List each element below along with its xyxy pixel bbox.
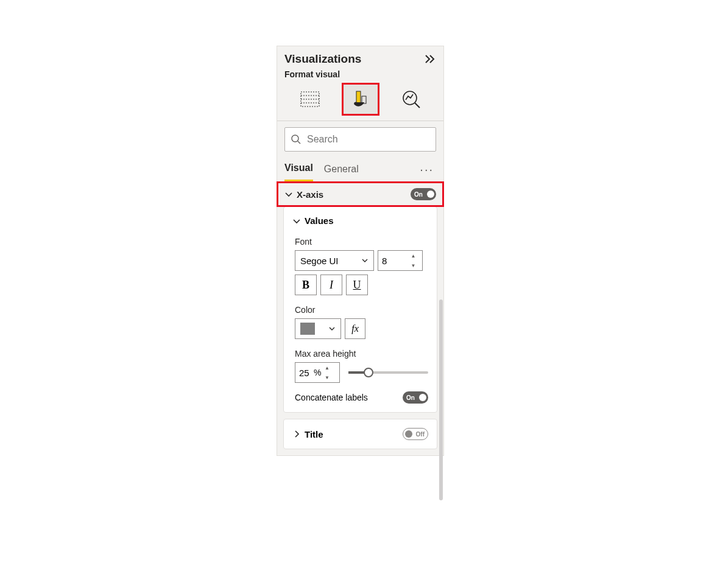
values-header[interactable]: Values xyxy=(292,215,428,233)
chevron-down-icon xyxy=(361,257,369,264)
color-label: Color xyxy=(295,301,428,318)
percent-unit: % xyxy=(314,368,321,377)
panel-title: Visualizations xyxy=(284,52,361,66)
font-family-select[interactable]: Segoe UI xyxy=(295,250,374,271)
title-card[interactable]: Title Off xyxy=(283,419,437,449)
max-height-input[interactable]: % ▲ ▼ xyxy=(295,362,340,383)
concat-toggle[interactable]: On xyxy=(403,391,428,404)
search-icon xyxy=(291,134,302,145)
visualizations-panel: Visualizations Format visual xyxy=(277,46,444,456)
font-size-input[interactable]: ▲ ▼ xyxy=(378,250,423,271)
tab-visual[interactable]: Visual xyxy=(284,158,313,181)
font-size-value[interactable] xyxy=(378,251,407,270)
panel-subtitle: Format visual xyxy=(277,69,443,84)
tab-general[interactable]: General xyxy=(324,159,359,181)
fx-button[interactable]: fx xyxy=(345,318,365,339)
svg-line-7 xyxy=(415,103,420,108)
svg-point-8 xyxy=(292,135,298,142)
font-label: Font xyxy=(295,233,428,250)
slider-thumb[interactable] xyxy=(364,368,373,377)
concat-label: Concatenate labels xyxy=(295,393,368,402)
chevron-right-icon xyxy=(292,430,301,438)
color-select[interactable] xyxy=(295,318,341,339)
tabs: Visual General ··· xyxy=(277,158,443,181)
spinner-down-icon[interactable]: ▼ xyxy=(408,261,418,270)
title-toggle[interactable]: Off xyxy=(403,428,428,440)
color-swatch xyxy=(300,323,315,335)
panel-header: Visualizations xyxy=(277,46,443,69)
build-visual-icon[interactable] xyxy=(292,84,328,114)
spinner-down-icon[interactable]: ▼ xyxy=(322,373,332,382)
more-options-icon[interactable]: ··· xyxy=(420,163,436,177)
italic-button[interactable]: I xyxy=(320,275,342,295)
analytics-icon[interactable] xyxy=(393,84,429,114)
section-label: X-axis xyxy=(297,189,407,200)
chevron-down-icon xyxy=(328,325,336,332)
values-card: Values Font Segoe UI ▲ ▼ B I U Color xyxy=(283,206,437,413)
values-label: Values xyxy=(305,215,334,226)
collapse-icon[interactable] xyxy=(424,54,436,64)
section-xaxis[interactable]: X-axis On xyxy=(277,182,443,206)
chevron-down-icon[interactable] xyxy=(284,190,293,198)
max-height-label: Max area height xyxy=(295,345,428,362)
spinner-up-icon[interactable]: ▲ xyxy=(408,251,418,261)
chevron-down-icon xyxy=(292,217,301,225)
bold-button[interactable]: B xyxy=(295,275,317,295)
search-wrap xyxy=(277,121,443,158)
search-input[interactable] xyxy=(284,127,436,152)
xaxis-toggle[interactable]: On xyxy=(411,188,436,200)
max-height-slider[interactable] xyxy=(348,371,428,374)
svg-rect-4 xyxy=(356,91,361,103)
mode-row xyxy=(277,84,443,121)
title-label: Title xyxy=(305,429,323,439)
scrollbar[interactable] xyxy=(439,299,443,500)
height-spinner[interactable]: ▲ ▼ xyxy=(321,363,332,382)
font-size-spinner[interactable]: ▲ ▼ xyxy=(407,251,418,270)
underline-button[interactable]: U xyxy=(346,275,368,295)
svg-line-9 xyxy=(298,141,300,144)
font-family-value: Segoe UI xyxy=(300,256,339,266)
max-height-value[interactable] xyxy=(295,363,314,382)
format-visual-icon[interactable] xyxy=(343,84,378,114)
spinner-up-icon[interactable]: ▲ xyxy=(322,363,332,373)
